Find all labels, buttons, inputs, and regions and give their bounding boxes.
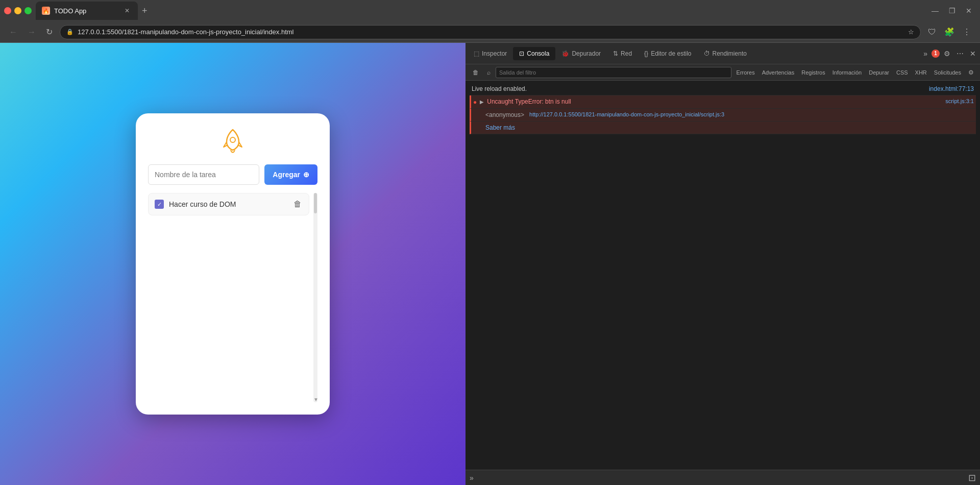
scrollbar-thumb[interactable] [314, 193, 317, 213]
console-error-message: ● ▶ Uncaught TypeError: btn is null scri… [470, 95, 976, 109]
tab-performance[interactable]: ⏱ Rendimiento [698, 47, 753, 60]
todo-item: ✓ Hacer curso de DOM 🗑 [148, 193, 309, 215]
browser-window: 🔥 TODO App ✕ + — ❐ ✕ ← → ↻ 🔒 127.0.0.1:5… [0, 0, 980, 485]
address-bar[interactable]: 🔒 127.0.0.1:5500/1821-manipulando-dom-co… [60, 25, 921, 39]
devtools-panel: ⬚ Inspector ⊡ Consola 🐞 Depurador ⇅ Red … [465, 43, 980, 485]
console-filter-input[interactable] [496, 67, 731, 78]
console-action-row: » ⊡ [465, 470, 980, 485]
tab-network[interactable]: ⇅ Red [607, 47, 638, 60]
filter-info-button[interactable]: Información [829, 68, 865, 77]
title-bar: 🔥 TODO App ✕ + — ❐ ✕ [0, 0, 980, 21]
devtools-tabs: ⬚ Inspector ⊡ Consola 🐞 Depurador ⇅ Red … [465, 43, 980, 64]
window-close-button[interactable]: ✕ [962, 5, 976, 17]
devtools-more-button[interactable]: ⋯ [954, 47, 966, 60]
todo-list-container[interactable]: ✓ Hacer curso de DOM 🗑 ▲ ▼ [148, 193, 317, 402]
delete-task-button[interactable]: 🗑 [292, 199, 303, 210]
console-clear-button[interactable]: 🗑 [470, 67, 482, 78]
console-error-group: ● ▶ Uncaught TypeError: btn is null scri… [470, 95, 976, 134]
svg-point-0 [230, 137, 235, 142]
more-tools-button[interactable]: » [921, 47, 929, 60]
error-text: Uncaught TypeError: btn is null [487, 97, 942, 106]
tab-performance-label: Rendimiento [713, 50, 747, 57]
more-options-icon[interactable]: ⋮ [960, 25, 974, 39]
checkbox-check-icon: ✓ [157, 201, 162, 208]
tab-network-label: Red [621, 50, 632, 57]
learn-more-link[interactable]: Saber más [485, 123, 515, 132]
rocket-icon [217, 126, 248, 156]
todo-icon [217, 126, 248, 156]
reload-button[interactable]: ↻ [43, 25, 56, 39]
filter-warnings-button[interactable]: Advertencias [759, 68, 798, 77]
filter-requests-button[interactable]: Solicitudes [931, 68, 964, 77]
nav-right-controls: 🛡 🧩 ⋮ [925, 25, 974, 39]
scrollbar-track[interactable]: ▲ ▼ [313, 193, 317, 402]
network-icon: ⇅ [613, 50, 618, 57]
address-text: 127.0.0.1:5500/1821-manipulando-dom-con-… [78, 28, 904, 36]
tab-debugger[interactable]: 🐞 Depurador [555, 47, 607, 60]
bookmark-icon[interactable]: ☆ [908, 28, 914, 36]
tab-favicon: 🔥 [42, 7, 50, 15]
split-console-icon[interactable]: ⊡ [968, 472, 976, 483]
console-error-detail: <anonymous> http://127.0.0.1:5500/1821-m… [470, 109, 976, 122]
add-button-label: Agregar [273, 171, 300, 179]
add-task-button[interactable]: Agregar ⊕ [264, 164, 317, 185]
error-script-url[interactable]: http://127.0.0.1:5500/1821-manipulando-d… [529, 110, 724, 119]
task-text: Hacer curso de DOM [169, 200, 287, 208]
console-content: Live reload enabled. index.html:77:13 ● … [465, 81, 980, 470]
tab-style-editor[interactable]: {} Editor de estilo [638, 47, 697, 60]
console-message-live-reload: Live reload enabled. index.html:77:13 [470, 83, 976, 95]
back-icon: ← [9, 28, 17, 36]
tab-inspector-label: Inspector [482, 50, 507, 57]
minimize-button[interactable] [14, 7, 21, 14]
filter-logs-button[interactable]: Registros [798, 68, 828, 77]
extensions-icon[interactable]: 🧩 [941, 25, 958, 39]
console-expand-icon[interactable]: » [470, 474, 474, 482]
shield-icon[interactable]: 🛡 [925, 25, 939, 39]
devtools-close-button[interactable]: ✕ [968, 47, 978, 60]
task-name-input[interactable] [148, 164, 259, 185]
filter-errors-button[interactable]: Errores [733, 68, 758, 77]
close-button[interactable] [4, 7, 11, 14]
tab-console-label: Consola [527, 50, 549, 57]
forward-icon: → [28, 28, 36, 36]
tab-close-button[interactable]: ✕ [122, 6, 132, 15]
browser-tab[interactable]: 🔥 TODO App ✕ [36, 2, 138, 20]
tab-inspector[interactable]: ⬚ Inspector [468, 47, 513, 60]
console-learn-more: Saber más [470, 122, 976, 134]
debugger-icon: 🐞 [561, 50, 569, 57]
task-checkbox[interactable]: ✓ [155, 200, 164, 209]
window-restore-button[interactable]: ❐ [945, 5, 960, 17]
live-reload-text: Live reload enabled. [472, 84, 926, 93]
error-badge: 1 [932, 50, 940, 58]
tab-style-editor-label: Editor de estilo [651, 50, 691, 57]
filter-css-button[interactable]: CSS [893, 68, 911, 77]
todo-card: Agregar ⊕ ✓ Hacer curso de DOM 🗑 [136, 113, 330, 415]
console-filter-icon[interactable]: ⌕ [484, 67, 494, 78]
live-reload-source[interactable]: index.html:77:13 [929, 84, 974, 93]
back-button[interactable]: ← [6, 26, 20, 39]
todo-input-row: Agregar ⊕ [148, 164, 317, 185]
scroll-down-arrow[interactable]: ▼ [313, 397, 317, 402]
new-tab-button[interactable]: + [138, 6, 152, 16]
filter-xhr-button[interactable]: XHR [912, 68, 930, 77]
filter-debug-button[interactable]: Depurar [866, 68, 892, 77]
window-minimize-button[interactable]: — [927, 5, 943, 17]
console-toolbar: 🗑 ⌕ Errores Advertencias Registros Infor… [465, 64, 980, 81]
console-filter-buttons: Errores Advertencias Registros Informaci… [733, 68, 964, 77]
tab-console[interactable]: ⊡ Consola [513, 47, 555, 60]
devtools-more: » 1 ⚙ ⋯ ✕ [921, 47, 978, 60]
maximize-button[interactable] [24, 7, 32, 14]
tab-bar: 🔥 TODO App ✕ + [36, 0, 923, 21]
console-icon: ⊡ [519, 50, 524, 57]
reload-icon: ↻ [46, 28, 53, 36]
nav-bar: ← → ↻ 🔒 127.0.0.1:5500/1821-manipulando-… [0, 21, 980, 43]
add-button-icon: ⊕ [303, 171, 309, 179]
expand-error-icon[interactable]: ▶ [480, 98, 484, 106]
error-source[interactable]: script.js:3:1 [945, 97, 974, 106]
anonymous-label: <anonymous> [485, 110, 524, 119]
console-settings-button[interactable]: ⚙ [966, 68, 976, 77]
forward-button[interactable]: → [24, 26, 39, 39]
trash-icon: 🗑 [293, 200, 302, 209]
inspector-icon: ⬚ [474, 50, 479, 57]
settings-button[interactable]: ⚙ [942, 47, 952, 60]
